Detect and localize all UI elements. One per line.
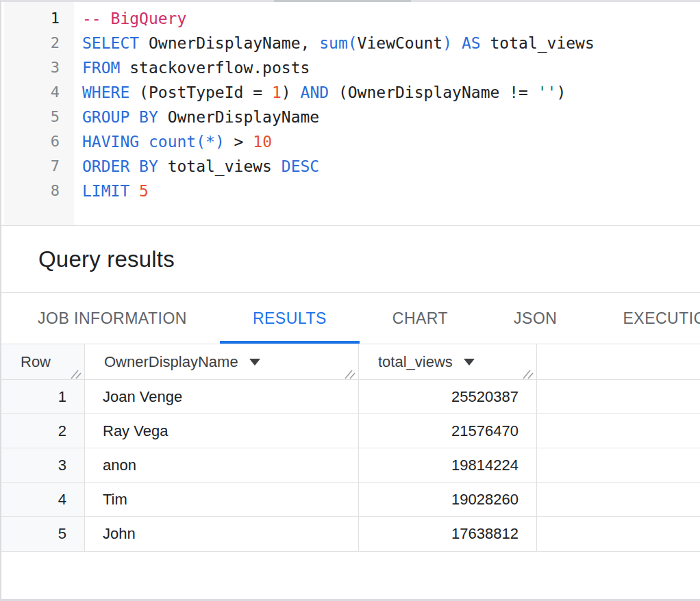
cell-row-number: 5 bbox=[1, 517, 85, 551]
column-header-owner-display-name[interactable]: OwnerDisplayName bbox=[85, 344, 359, 380]
code-token-fn: sum( bbox=[319, 34, 357, 52]
line-number: 1 bbox=[1, 6, 74, 31]
code-token-plain: ) bbox=[282, 84, 301, 101]
dropdown-arrow-icon[interactable] bbox=[464, 359, 475, 366]
dropdown-arrow-icon[interactable] bbox=[249, 359, 260, 366]
column-resize-icon[interactable] bbox=[522, 366, 534, 377]
code-token-str: '' bbox=[538, 84, 557, 101]
code-token-fn: count(*) bbox=[149, 133, 225, 151]
code-text: ORDER BY total_views DESC bbox=[74, 154, 319, 179]
code-token-plain bbox=[129, 182, 139, 200]
code-token-kw: AND bbox=[301, 84, 329, 101]
code-token-num: 10 bbox=[253, 133, 272, 151]
cell-filler bbox=[537, 517, 700, 551]
code-token-kw: DESC bbox=[282, 157, 319, 175]
code-token-plain: total_views bbox=[481, 34, 595, 52]
code-line[interactable]: 8LIMIT 5 bbox=[1, 179, 700, 203]
query-results-title: Query results bbox=[1, 246, 175, 272]
code-token-kw: HAVING bbox=[82, 133, 139, 151]
table-header-row: RowOwnerDisplayNametotal_views bbox=[1, 344, 700, 380]
code-line[interactable]: 4WHERE (PostTypeId = 1) AND (OwnerDispla… bbox=[1, 80, 700, 105]
tab-execution-details[interactable]: EXECUTION DETAILS bbox=[590, 294, 700, 344]
horizontal-scrollbar-thumb[interactable] bbox=[274, 0, 411, 2]
code-token-plain: ViewCount bbox=[358, 34, 443, 52]
code-line[interactable]: 6HAVING count(*) > 10 bbox=[1, 129, 700, 154]
code-token-kw: LIMIT bbox=[82, 182, 129, 200]
query-panel: 1-- BigQuery2SELECT OwnerDisplayName, su… bbox=[0, 0, 700, 601]
code-line[interactable]: 5GROUP BY OwnerDisplayName bbox=[1, 105, 700, 129]
query-results-header: Query results bbox=[1, 227, 700, 293]
table-row: 4Tim19028260 bbox=[1, 483, 700, 517]
line-number: 5 bbox=[1, 105, 74, 129]
code-text: HAVING count(*) > 10 bbox=[74, 129, 272, 154]
column-header-total-views[interactable]: total_views bbox=[359, 344, 537, 380]
cell-total-views: 25520387 bbox=[359, 380, 537, 414]
cell-owner-display-name: Joan Venge bbox=[85, 380, 359, 414]
sql-editor[interactable]: 1-- BigQuery2SELECT OwnerDisplayName, su… bbox=[1, 2, 700, 226]
cell-total-views: 19028260 bbox=[359, 483, 537, 517]
code-line[interactable]: 2SELECT OwnerDisplayName, sum(ViewCount)… bbox=[1, 31, 700, 55]
cell-row-number: 3 bbox=[1, 448, 85, 483]
code-token-plain: OwnerDisplayName bbox=[158, 108, 319, 126]
code-text: WHERE (PostTypeId = 1) AND (OwnerDisplay… bbox=[74, 80, 566, 105]
code-token-kw: WHERE bbox=[82, 84, 129, 101]
column-resize-icon[interactable] bbox=[344, 366, 356, 377]
code-token-kw: ORDER BY bbox=[82, 157, 158, 175]
cell-row-number: 2 bbox=[1, 414, 85, 448]
code-token-comment: -- BigQuery bbox=[82, 10, 186, 27]
code-token-plain: (PostTypeId = bbox=[129, 84, 272, 101]
line-number: 2 bbox=[1, 31, 74, 55]
code-token-plain: stackoverflow.posts bbox=[120, 59, 310, 77]
cell-owner-display-name: Ray Vega bbox=[85, 414, 359, 448]
results-tabbar: JOB INFORMATIONRESULTSCHARTJSONEXECUTION… bbox=[1, 294, 700, 344]
left-border bbox=[0, 0, 1, 601]
line-number: 8 bbox=[1, 179, 74, 203]
tab-results[interactable]: RESULTS bbox=[220, 294, 360, 344]
column-header-row-number: Row bbox=[1, 344, 85, 380]
cell-total-views: 17638812 bbox=[359, 517, 537, 551]
code-token-plain: (OwnerDisplayName != bbox=[329, 84, 538, 101]
table-row: 1Joan Venge25520387 bbox=[1, 380, 700, 414]
code-token-num: 1 bbox=[272, 84, 282, 101]
line-number: 7 bbox=[1, 154, 74, 179]
top-border bbox=[0, 0, 700, 2]
line-number: 3 bbox=[1, 55, 74, 80]
tab-label: RESULTS bbox=[253, 309, 327, 328]
code-line[interactable]: 1-- BigQuery bbox=[1, 6, 700, 31]
tab-json[interactable]: JSON bbox=[481, 294, 590, 344]
column-header-filler bbox=[537, 344, 700, 380]
line-number: 6 bbox=[1, 129, 74, 154]
tab-job-information[interactable]: JOB INFORMATION bbox=[5, 294, 220, 344]
code-line[interactable]: 7ORDER BY total_views DESC bbox=[1, 154, 700, 179]
code-line[interactable]: 3FROM stackoverflow.posts bbox=[1, 55, 700, 80]
code-token-kw: SELECT bbox=[82, 34, 139, 52]
tab-label: JOB INFORMATION bbox=[38, 309, 187, 328]
column-header-label: Row bbox=[21, 353, 51, 371]
tab-label: JSON bbox=[514, 309, 557, 328]
cell-filler bbox=[537, 414, 700, 448]
cell-total-views: 19814224 bbox=[359, 448, 537, 483]
code-token-plain: OwnerDisplayName, bbox=[139, 34, 319, 52]
code-token-plain: total_views bbox=[158, 157, 282, 175]
code-token-plain bbox=[139, 133, 149, 151]
column-header-label: OwnerDisplayName bbox=[104, 353, 238, 371]
cell-filler bbox=[537, 380, 700, 414]
code-token-kw: GROUP BY bbox=[82, 108, 158, 126]
cell-filler bbox=[537, 448, 700, 483]
tab-label: EXECUTION DETAILS bbox=[623, 309, 700, 328]
line-number: 4 bbox=[1, 80, 74, 105]
code-token-plain: > bbox=[225, 133, 253, 151]
column-resize-icon[interactable] bbox=[70, 366, 82, 377]
code-text: FROM stackoverflow.posts bbox=[74, 55, 310, 80]
table-row: 2Ray Vega21576470 bbox=[1, 414, 700, 448]
table-row: 5John17638812 bbox=[1, 517, 700, 551]
column-header-label: total_views bbox=[378, 353, 453, 371]
cell-owner-display-name: Tim bbox=[85, 483, 359, 517]
code-token-plain: ) bbox=[556, 84, 566, 101]
cell-row-number: 4 bbox=[1, 483, 85, 517]
code-text: -- BigQuery bbox=[74, 6, 186, 31]
tab-label: CHART bbox=[392, 309, 448, 328]
code-text: SELECT OwnerDisplayName, sum(ViewCount) … bbox=[74, 31, 595, 55]
tab-chart[interactable]: CHART bbox=[360, 294, 481, 344]
cell-row-number: 1 bbox=[1, 380, 85, 414]
